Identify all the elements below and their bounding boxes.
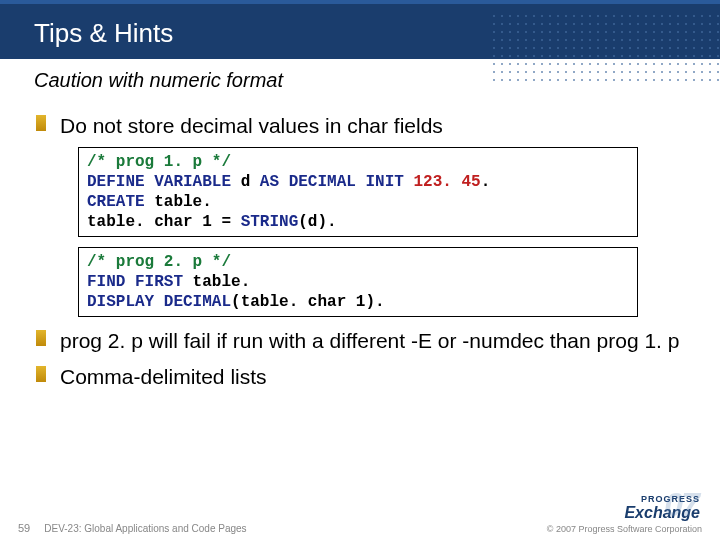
slide-header: Tips & Hints: [0, 0, 720, 59]
code-keyword: FIND FIRST: [87, 273, 183, 291]
code-text: (table. char 1).: [231, 293, 385, 311]
footer-left: 59 DEV-23: Global Applications and Code …: [18, 522, 247, 534]
code-text: table. char 1 =: [87, 213, 241, 231]
bullet-icon: [36, 366, 46, 382]
code-text: .: [481, 173, 491, 191]
code-text: table.: [145, 193, 212, 211]
bullet-icon: [36, 115, 46, 131]
bullet-text: Comma-delimited lists: [60, 363, 684, 390]
code-comment: /* prog 1. p */: [87, 153, 231, 171]
code-literal: 123. 45: [404, 173, 481, 191]
session-label: DEV-23: Global Applications and Code Pag…: [44, 523, 246, 534]
bullet-item: Comma-delimited lists: [60, 363, 684, 390]
code-keyword: CREATE: [87, 193, 145, 211]
code-text: (d).: [298, 213, 336, 231]
code-keyword: AS DECIMAL INIT: [260, 173, 404, 191]
bullet-icon: [36, 330, 46, 346]
slide-number: 59: [18, 522, 30, 534]
brand-logo: PROGRESS Exchange 07: [624, 494, 700, 522]
code-keyword: DEFINE VARIABLE: [87, 173, 231, 191]
slide-content: Do not store decimal values in char fiel…: [0, 98, 720, 390]
code-block-1: /* prog 1. p */ DEFINE VARIABLE d AS DEC…: [78, 147, 638, 237]
code-keyword: DISPLAY DECIMAL: [87, 293, 231, 311]
bullet-item: Do not store decimal values in char fiel…: [60, 112, 684, 139]
code-block-2: /* prog 2. p */ FIND FIRST table. DISPLA…: [78, 247, 638, 317]
slide-title: Tips & Hints: [34, 18, 720, 49]
bullet-text: prog 2. p will fail if run with a differ…: [60, 327, 684, 354]
code-comment: /* prog 2. p */: [87, 253, 231, 271]
bullet-item: prog 2. p will fail if run with a differ…: [60, 327, 684, 354]
year-watermark: 07: [664, 485, 698, 524]
bullet-text: Do not store decimal values in char fiel…: [60, 112, 684, 139]
code-text: table.: [183, 273, 250, 291]
code-text: d: [231, 173, 260, 191]
copyright-text: © 2007 Progress Software Corporation: [547, 524, 702, 534]
code-keyword: STRING: [241, 213, 299, 231]
